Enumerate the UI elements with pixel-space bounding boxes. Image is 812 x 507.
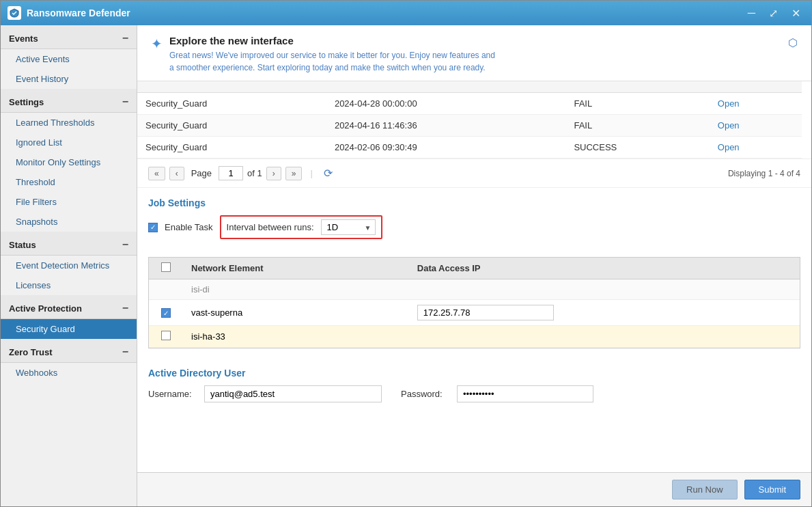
settings-section-label: Settings <box>9 97 44 107</box>
sidebar-item-monitor-only[interactable]: Monitor Only Settings <box>1 152 137 172</box>
interval-select[interactable]: 1D 6H 12H 2D 7D <box>321 219 376 235</box>
sidebar-item-event-history[interactable]: Event History <box>1 69 137 89</box>
network-row-name: isi-ha-33 <box>183 326 409 348</box>
sidebar-section-settings[interactable]: Settings − <box>1 89 137 113</box>
events-collapse-icon: − <box>122 32 128 44</box>
pagination-bar: « ‹ Page of 1 › » | ⟳ Displaying 1 - 4 o… <box>137 159 811 188</box>
settings-collapse-icon: − <box>122 96 128 108</box>
next-page-button[interactable]: › <box>266 167 281 180</box>
network-table: Network Element Data Access IP isi-di <box>149 258 800 348</box>
zero-trust-collapse-icon: − <box>122 346 128 358</box>
sidebar-item-security-guard[interactable]: Security Guard <box>1 319 137 339</box>
events-table-section: Security_Guard 2024-04-28 00:00:00 FAIL … <box>137 81 811 159</box>
first-page-button[interactable]: « <box>148 167 165 180</box>
enable-task-checkbox[interactable] <box>148 223 158 232</box>
select-all-checkbox[interactable] <box>161 262 171 272</box>
sidebar-item-event-detection[interactable]: Event Detection Metrics <box>1 256 137 275</box>
event-date: 2024-02-06 09:30:49 <box>326 137 566 159</box>
explore-desc: Great news! We've improved our service t… <box>169 49 495 74</box>
sidebar-section-active-protection[interactable]: Active Protection − <box>1 295 137 319</box>
network-table-header: Network Element Data Access IP <box>149 258 800 279</box>
active-protection-collapse-icon: − <box>122 302 128 314</box>
network-row-select[interactable] <box>149 300 183 326</box>
username-label: Username: <box>148 389 196 399</box>
network-row-ip <box>409 300 800 326</box>
ip-address-input[interactable] <box>417 305 554 320</box>
network-table-wrapper: Network Element Data Access IP isi-di <box>148 257 800 348</box>
explore-banner-left: ✦ Explore the new interface Great news! … <box>151 35 495 74</box>
sidebar-section-zero-trust[interactable]: Zero Trust − <box>1 339 137 363</box>
col-action <box>710 81 802 93</box>
sidebar-item-licenses[interactable]: Licenses <box>1 275 137 295</box>
event-status: FAIL <box>565 93 709 115</box>
row-checkbox[interactable] <box>161 331 171 340</box>
close-button[interactable]: ✕ <box>787 5 804 21</box>
sidebar: Events − Active Events Event History Set… <box>1 25 137 506</box>
event-action[interactable]: Open <box>710 115 802 137</box>
page-number-input[interactable] <box>219 166 243 180</box>
network-row-name: isi-di <box>183 279 409 300</box>
sidebar-item-snapshots[interactable]: Snapshots <box>1 212 137 232</box>
ad-row: Username: Password: <box>148 385 800 402</box>
event-date: 2024-04-16 11:46:36 <box>326 115 566 137</box>
scrollable-body[interactable]: Security_Guard 2024-04-28 00:00:00 FAIL … <box>137 81 811 472</box>
sidebar-item-file-filters[interactable]: File Filters <box>1 192 137 212</box>
sidebar-section-status[interactable]: Status − <box>1 232 137 256</box>
col-status <box>565 81 709 93</box>
explore-title: Explore the new interface <box>169 35 495 46</box>
status-collapse-icon: − <box>122 238 128 251</box>
sidebar-item-threshold[interactable]: Threshold <box>1 172 137 192</box>
star-icon: ✦ <box>151 36 163 52</box>
active-protection-label: Active Protection <box>9 303 82 314</box>
displaying-label: Displaying 1 - 4 of 4 <box>728 169 800 178</box>
separator: | <box>310 168 312 178</box>
event-date: 2024-04-28 00:00:00 <box>326 93 566 115</box>
minimize-button[interactable]: ─ <box>744 5 759 21</box>
sidebar-section-events[interactable]: Events − <box>1 25 137 49</box>
username-input[interactable] <box>204 385 382 402</box>
explore-banner: ✦ Explore the new interface Great news! … <box>137 25 811 81</box>
event-name: Security_Guard <box>137 93 326 115</box>
job-settings-section: Enable Task Interval between runs: 1D 6H… <box>137 215 811 257</box>
event-action[interactable]: Open <box>710 137 802 159</box>
event-action[interactable]: Open <box>710 93 802 115</box>
col-name <box>137 81 326 93</box>
external-link-icon[interactable]: ⬡ <box>788 36 798 49</box>
row-checkbox[interactable] <box>161 308 171 318</box>
title-bar: Ransomware Defender ─ ⤢ ✕ <box>1 1 811 25</box>
sidebar-item-active-events[interactable]: Active Events <box>1 49 137 69</box>
of-label: of 1 <box>247 168 262 178</box>
table-row: isi-di <box>149 279 800 300</box>
password-label: Password: <box>401 389 449 399</box>
table-row: Security_Guard 2024-02-06 09:30:49 SUCCE… <box>137 137 802 159</box>
sidebar-item-ignored-list[interactable]: Ignored List <box>1 133 137 152</box>
last-page-button[interactable]: » <box>285 167 303 180</box>
footer-bar: Run Now Submit <box>137 472 811 506</box>
ad-section-title: Active Directory User <box>137 358 811 385</box>
zero-trust-label: Zero Trust <box>9 347 53 357</box>
password-input[interactable] <box>457 385 593 402</box>
sidebar-item-learned-thresholds[interactable]: Learned Thresholds <box>1 113 137 133</box>
status-section-label: Status <box>9 240 36 250</box>
sidebar-item-webhooks[interactable]: Webhooks <box>1 363 137 383</box>
prev-page-button[interactable]: ‹ <box>169 167 184 180</box>
col-data-access-ip: Data Access IP <box>409 258 800 279</box>
run-now-button[interactable]: Run Now <box>672 480 737 499</box>
network-row-select[interactable] <box>149 326 183 348</box>
network-row-select <box>149 279 183 300</box>
app-title: Ransomware Defender <box>27 8 130 18</box>
refresh-button[interactable]: ⟳ <box>321 167 335 180</box>
bottom-spacer <box>137 412 811 433</box>
interval-box: Interval between runs: 1D 6H 12H 2D 7D <box>220 215 382 239</box>
events-section-label: Events <box>9 33 38 44</box>
col-network-element: Network Element <box>183 258 409 279</box>
maximize-button[interactable]: ⤢ <box>765 5 782 21</box>
page-label: Page <box>191 168 212 178</box>
window-controls: ─ ⤢ ✕ <box>744 5 804 21</box>
interval-select-wrapper: 1D 6H 12H 2D 7D <box>321 219 376 235</box>
submit-button[interactable]: Submit <box>744 480 800 499</box>
events-table: Security_Guard 2024-04-28 00:00:00 FAIL … <box>137 81 802 159</box>
table-row: Security_Guard 2024-04-16 11:46:36 FAIL … <box>137 115 802 137</box>
ad-section: Username: Password: <box>137 385 811 412</box>
table-row: Security_Guard 2024-04-28 00:00:00 FAIL … <box>137 93 802 115</box>
